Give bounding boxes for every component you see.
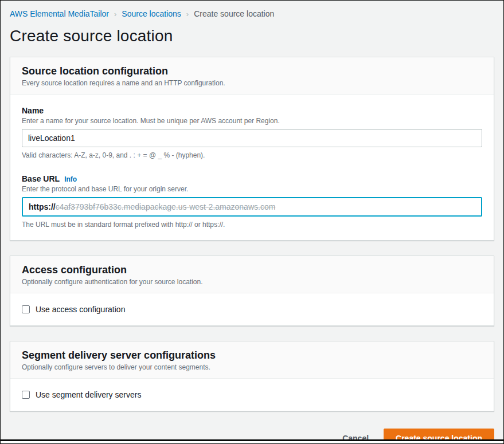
base-url-input[interactable]: https://c4af3793bf76b33c.mediapackage.us… — [22, 197, 482, 217]
breadcrumb-link-source-locations[interactable]: Source locations — [122, 9, 181, 18]
app-window: AWS Elemental MediaTailor › Source locat… — [0, 0, 504, 444]
window-bottom-edge — [1, 439, 503, 441]
card-title: Access configuration — [22, 264, 482, 276]
breadcrumb-separator-icon: › — [114, 10, 116, 18]
page-title: Create source location — [10, 27, 494, 45]
breadcrumb-separator-icon: › — [186, 10, 189, 18]
access-configuration-card: Access configuration Optionally configur… — [10, 256, 494, 326]
base-url-prefix: https:// — [29, 202, 56, 211]
name-field-label: Name — [22, 106, 44, 115]
use-segment-delivery-servers-checkbox-row[interactable]: Use segment delivery servers — [22, 390, 482, 399]
card-header: Access configuration Optionally configur… — [10, 256, 494, 293]
window-bottom-strip — [1, 441, 503, 443]
breadcrumb: AWS Elemental MediaTailor › Source locat… — [10, 1, 494, 18]
source-location-configuration-card: Source location configuration Every sour… — [10, 57, 494, 241]
card-header: Segment delivery server configurations O… — [10, 341, 494, 379]
base-url-field-group: Base URL Info Enter the protocol and bas… — [22, 174, 482, 229]
use-segment-delivery-servers-checkbox[interactable] — [22, 391, 30, 399]
use-access-configuration-checkbox-row[interactable]: Use access configuration — [22, 305, 482, 314]
card-body: Name Enter a name for your source locati… — [10, 95, 494, 240]
base-url-info-link[interactable]: Info — [64, 175, 77, 183]
card-body: Use access configuration — [10, 293, 494, 325]
breadcrumb-current: Create source location — [194, 9, 274, 18]
card-title: Source location configuration — [22, 65, 482, 77]
use-segment-delivery-servers-label: Use segment delivery servers — [36, 390, 141, 399]
card-description: Optionally configure authentication for … — [22, 278, 482, 286]
card-body: Use segment delivery servers — [10, 379, 494, 411]
name-field-constraint: Valid characters: A-Z, a-z, 0-9, and . :… — [22, 151, 482, 159]
base-url-field-description: Enter the protocol and base URL for your… — [22, 185, 482, 193]
base-url-field-label: Base URL — [22, 174, 60, 183]
card-description: Every source location requires a name an… — [22, 79, 482, 87]
card-header: Source location configuration Every sour… — [10, 57, 494, 95]
use-access-configuration-label: Use access configuration — [36, 305, 125, 314]
breadcrumb-link-mediatailor[interactable]: AWS Elemental MediaTailor — [10, 9, 109, 18]
card-title: Segment delivery server configurations — [22, 349, 482, 362]
name-input[interactable] — [22, 129, 482, 147]
use-access-configuration-checkbox[interactable] — [22, 305, 30, 313]
name-field-description: Enter a name for your source location. M… — [22, 117, 482, 125]
base-url-host: c4af3793bf76b33c.mediapackage.us-west-2.… — [56, 202, 276, 211]
segment-delivery-configurations-card: Segment delivery server configurations O… — [10, 341, 494, 411]
name-field-group: Name Enter a name for your source locati… — [22, 106, 482, 159]
base-url-field-constraint: The URL must be in standard format prefi… — [22, 221, 482, 229]
card-description: Optionally configure servers to deliver … — [22, 363, 482, 371]
